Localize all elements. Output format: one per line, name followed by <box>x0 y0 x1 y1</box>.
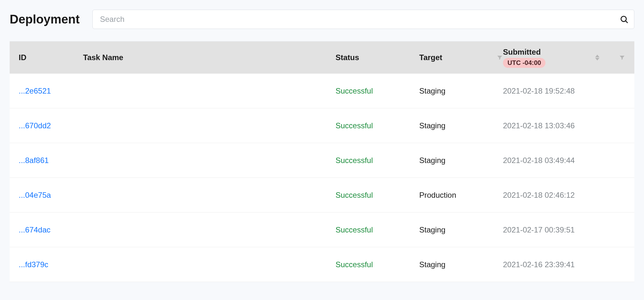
column-label: ID <box>19 53 26 62</box>
deployment-id-link[interactable]: ...fd379c <box>19 260 48 269</box>
cell-id: ...8af861 <box>19 156 83 165</box>
cell-submitted: 2021-02-18 13:03:46 <box>503 121 600 130</box>
cell-submitted: 2021-02-16 23:39:41 <box>503 260 600 269</box>
deployment-id-link[interactable]: ...670dd2 <box>19 121 51 130</box>
table-row: ...670dd2SuccessfulStaging2021-02-18 13:… <box>10 108 634 143</box>
column-header-target[interactable]: Target <box>419 53 503 62</box>
deployment-page: Deployment ID Task Name Status Target <box>0 0 644 282</box>
column-header-actions[interactable] <box>600 54 625 61</box>
column-label: Target <box>419 53 442 62</box>
deployment-id-link[interactable]: ...674dac <box>19 225 51 234</box>
search-wrap <box>92 10 634 29</box>
cell-target: Staging <box>419 260 503 269</box>
cell-id: ...fd379c <box>19 260 83 269</box>
table-row: ...04e75aSuccessfulProduction2021-02-18 … <box>10 178 634 213</box>
cell-target: Staging <box>419 156 503 165</box>
sort-icon[interactable] <box>595 55 600 60</box>
column-header-submitted[interactable]: Submitted UTC -04:00 <box>503 48 600 68</box>
column-header-status[interactable]: Status <box>336 53 419 62</box>
cell-id: ...674dac <box>19 225 83 234</box>
submitted-header-wrap: Submitted UTC -04:00 <box>503 48 545 68</box>
column-label: Submitted <box>503 48 541 57</box>
column-header-task-name[interactable]: Task Name <box>83 53 336 62</box>
cell-status: Successful <box>336 121 419 130</box>
cell-target: Production <box>419 191 503 200</box>
table-row: ...2e6521SuccessfulStaging2021-02-18 19:… <box>10 74 634 108</box>
cell-target: Staging <box>419 121 503 130</box>
utc-badge: UTC -04:00 <box>503 58 545 68</box>
cell-id: ...04e75a <box>19 191 83 200</box>
search-input[interactable] <box>92 10 634 29</box>
cell-target: Staging <box>419 86 503 95</box>
column-header-id[interactable]: ID <box>19 53 83 62</box>
cell-submitted: 2021-02-18 19:52:48 <box>503 86 600 95</box>
deployment-id-link[interactable]: ...04e75a <box>19 191 51 199</box>
deployment-id-link[interactable]: ...8af861 <box>19 156 49 165</box>
cell-submitted: 2021-02-17 00:39:51 <box>503 225 600 234</box>
cell-target: Staging <box>419 225 503 234</box>
cell-id: ...670dd2 <box>19 121 83 130</box>
cell-status: Successful <box>336 260 419 269</box>
table-body: ...2e6521SuccessfulStaging2021-02-18 19:… <box>10 74 634 282</box>
deployment-table: ID Task Name Status Target Submitted UTC… <box>10 41 634 282</box>
filter-icon[interactable] <box>619 54 625 61</box>
table-row: ...8af861SuccessfulStaging2021-02-18 03:… <box>10 143 634 178</box>
cell-id: ...2e6521 <box>19 86 83 95</box>
cell-status: Successful <box>336 86 419 95</box>
page-title: Deployment <box>10 13 80 26</box>
cell-submitted: 2021-02-18 03:49:44 <box>503 156 600 165</box>
cell-status: Successful <box>336 156 419 165</box>
header-row: Deployment <box>10 10 634 29</box>
cell-submitted: 2021-02-18 02:46:12 <box>503 191 600 200</box>
column-label: Status <box>336 53 359 62</box>
deployment-id-link[interactable]: ...2e6521 <box>19 86 51 95</box>
table-row: ...674dacSuccessfulStaging2021-02-17 00:… <box>10 213 634 247</box>
cell-status: Successful <box>336 191 419 200</box>
cell-status: Successful <box>336 225 419 234</box>
table-row: ...fd379cSuccessfulStaging2021-02-16 23:… <box>10 247 634 282</box>
filter-icon[interactable] <box>497 54 503 61</box>
table-header: ID Task Name Status Target Submitted UTC… <box>10 41 634 74</box>
column-label: Task Name <box>83 53 123 62</box>
